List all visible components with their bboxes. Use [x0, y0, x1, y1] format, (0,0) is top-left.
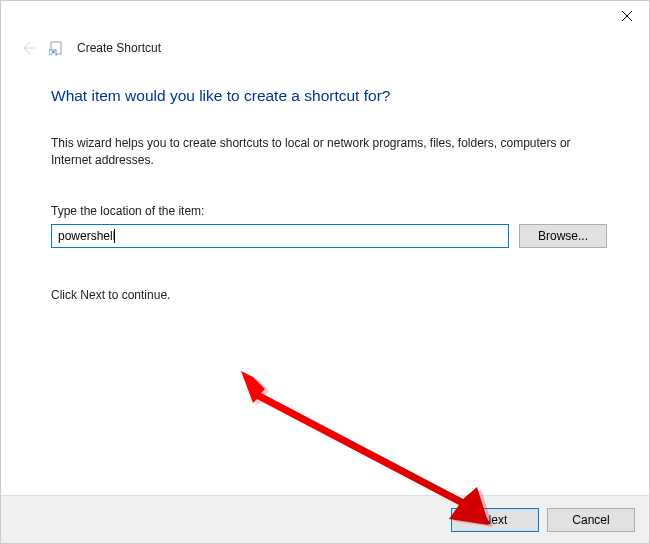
location-input-value: powershell	[58, 229, 115, 243]
content-area: What item would you like to create a sho…	[1, 57, 649, 302]
back-button	[19, 39, 37, 57]
cancel-button[interactable]: Cancel	[547, 508, 635, 532]
back-arrow-icon	[20, 40, 36, 56]
dialog-title: Create Shortcut	[77, 41, 161, 55]
location-input[interactable]: powershell	[51, 224, 509, 248]
location-input-label: Type the location of the item:	[51, 204, 607, 218]
page-title: What item would you like to create a sho…	[51, 87, 607, 105]
wizard-description: This wizard helps you to create shortcut…	[51, 135, 607, 170]
text-caret	[114, 229, 115, 243]
browse-button[interactable]: Browse...	[519, 224, 607, 248]
next-button[interactable]: Next	[451, 508, 539, 532]
dialog-footer: Next Cancel	[1, 495, 649, 543]
continue-hint: Click Next to continue.	[51, 288, 607, 302]
location-input-row: powershell Browse...	[51, 224, 607, 248]
close-button[interactable]	[604, 1, 649, 31]
dialog-header: Create Shortcut	[1, 31, 649, 57]
close-icon	[622, 11, 632, 21]
shortcut-icon	[49, 40, 65, 56]
titlebar	[1, 1, 649, 31]
